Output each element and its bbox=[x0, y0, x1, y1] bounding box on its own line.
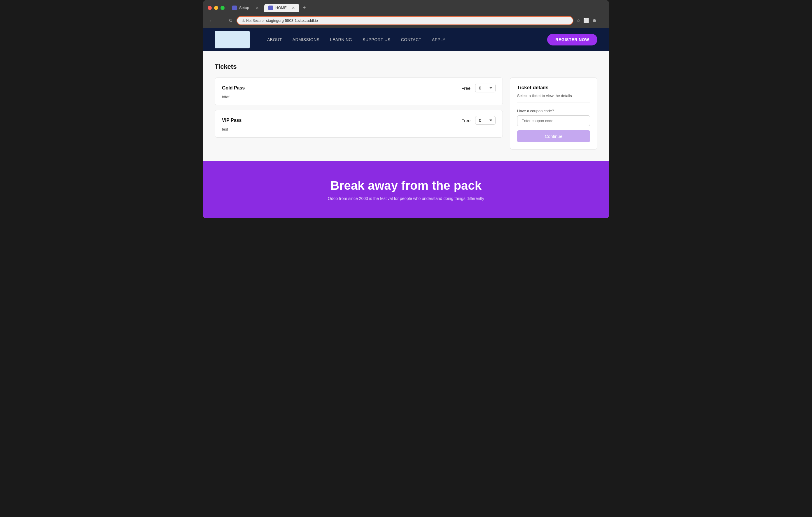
browser-addressbar: ← → ↻ ⚠ Not Secure stagingorg-5503-1.sit… bbox=[203, 14, 609, 28]
ticket-vip-description: test bbox=[222, 127, 496, 131]
menu-icon[interactable]: ⋮ bbox=[600, 18, 604, 23]
close-button[interactable] bbox=[208, 6, 212, 10]
ticket-vip-quantity-select[interactable]: 0 1 2 3 bbox=[475, 116, 496, 125]
new-tab-button[interactable]: + bbox=[300, 3, 308, 12]
site-navigation: ABOUT ADMISSIONS LEARNING SUPPORT US CON… bbox=[203, 28, 609, 51]
tab-setup-icon bbox=[232, 5, 237, 10]
ticket-vip-price: Free bbox=[461, 118, 470, 123]
browser-window: Setup ✕ HOME ✕ + ← → ↻ ⚠ Not Secure stag… bbox=[203, 0, 609, 218]
not-secure-indicator: ⚠ Not Secure bbox=[242, 19, 264, 23]
footer-banner: Break away from the pack Odoo from since… bbox=[203, 161, 609, 218]
footer-headline: Break away from the pack bbox=[215, 179, 597, 193]
browser-titlebar: Setup ✕ HOME ✕ + bbox=[203, 0, 609, 14]
nav-admissions[interactable]: ADMISSIONS bbox=[293, 37, 320, 42]
url-text: stagingorg-5503-1.site.zuddl.io bbox=[266, 18, 318, 23]
minimize-button[interactable] bbox=[214, 6, 218, 10]
ticket-gold-name: Gold Pass bbox=[222, 85, 245, 91]
back-button[interactable]: ← bbox=[208, 17, 215, 25]
ticket-gold-description: fdfdf bbox=[222, 95, 496, 99]
tab-setup-label: Setup bbox=[239, 5, 249, 10]
ticket-gold-row: Gold Pass Free 0 1 2 3 bbox=[222, 84, 496, 92]
continue-button[interactable]: Continue bbox=[517, 130, 590, 142]
tab-setup-close[interactable]: ✕ bbox=[256, 5, 259, 10]
tab-home-label: HOME bbox=[276, 5, 287, 10]
ticket-gold-quantity-select[interactable]: 0 1 2 3 bbox=[475, 84, 496, 92]
panel-divider bbox=[517, 102, 590, 103]
register-now-button[interactable]: REGISTER NOW bbox=[547, 34, 597, 45]
tabs-bar: Setup ✕ HOME ✕ + bbox=[228, 3, 604, 12]
tab-setup[interactable]: Setup ✕ bbox=[228, 4, 263, 12]
nav-links: ABOUT ADMISSIONS LEARNING SUPPORT US CON… bbox=[267, 37, 547, 42]
address-bar[interactable]: ⚠ Not Secure stagingorg-5503-1.site.zudd… bbox=[236, 16, 573, 25]
ticket-gold-price: Free bbox=[461, 86, 470, 91]
split-view-icon[interactable]: ⬜ bbox=[583, 18, 589, 23]
footer-subtext: Odoo from since 2003 is the festival for… bbox=[215, 196, 597, 201]
nav-about[interactable]: ABOUT bbox=[267, 37, 282, 42]
nav-apply[interactable]: APPLY bbox=[432, 37, 446, 42]
coupon-label: Have a coupon code? bbox=[517, 109, 590, 113]
ticket-card-gold-pass: Gold Pass Free 0 1 2 3 bbox=[215, 78, 503, 105]
traffic-lights bbox=[208, 6, 225, 10]
tab-home-close[interactable]: ✕ bbox=[292, 5, 295, 10]
refresh-button[interactable]: ↻ bbox=[228, 17, 234, 25]
ticket-card-vip-pass: VIP Pass Free 0 1 2 3 t bbox=[215, 110, 503, 138]
ticket-details-panel: Ticket details Select a ticket to view t… bbox=[510, 78, 597, 150]
nav-contact[interactable]: CONTACT bbox=[401, 37, 422, 42]
ticket-gold-price-qty: Free 0 1 2 3 bbox=[461, 84, 496, 92]
ticket-vip-name: VIP Pass bbox=[222, 118, 241, 123]
nav-support-us[interactable]: SUPPORT US bbox=[362, 37, 390, 42]
not-secure-label: Not Secure bbox=[246, 19, 264, 23]
panel-title: Ticket details bbox=[517, 85, 590, 91]
website-content: ABOUT ADMISSIONS LEARNING SUPPORT US CON… bbox=[203, 28, 609, 218]
site-logo bbox=[215, 31, 250, 49]
addressbar-actions: ☆ ⬜ ⏺ ⋮ bbox=[576, 18, 604, 23]
panel-subtitle: Select a ticket to view the details bbox=[517, 94, 590, 98]
ticket-vip-row: VIP Pass Free 0 1 2 3 bbox=[222, 116, 496, 125]
tab-home[interactable]: HOME ✕ bbox=[264, 4, 299, 12]
record-icon[interactable]: ⏺ bbox=[592, 18, 597, 23]
coupon-code-input[interactable] bbox=[517, 115, 590, 126]
ticket-vip-price-qty: Free 0 1 2 3 bbox=[461, 116, 496, 125]
tickets-section-title: Tickets bbox=[215, 63, 597, 70]
tickets-list: Gold Pass Free 0 1 2 3 bbox=[215, 78, 503, 138]
main-content: Tickets Gold Pass Free 0 1 bbox=[203, 51, 609, 161]
nav-learning[interactable]: LEARNING bbox=[330, 37, 352, 42]
forward-button[interactable]: → bbox=[218, 17, 225, 25]
maximize-button[interactable] bbox=[221, 6, 225, 10]
bookmark-icon[interactable]: ☆ bbox=[576, 18, 580, 23]
warning-icon: ⚠ bbox=[242, 19, 245, 23]
tab-home-icon bbox=[268, 5, 273, 10]
tickets-layout: Gold Pass Free 0 1 2 3 bbox=[215, 78, 597, 150]
